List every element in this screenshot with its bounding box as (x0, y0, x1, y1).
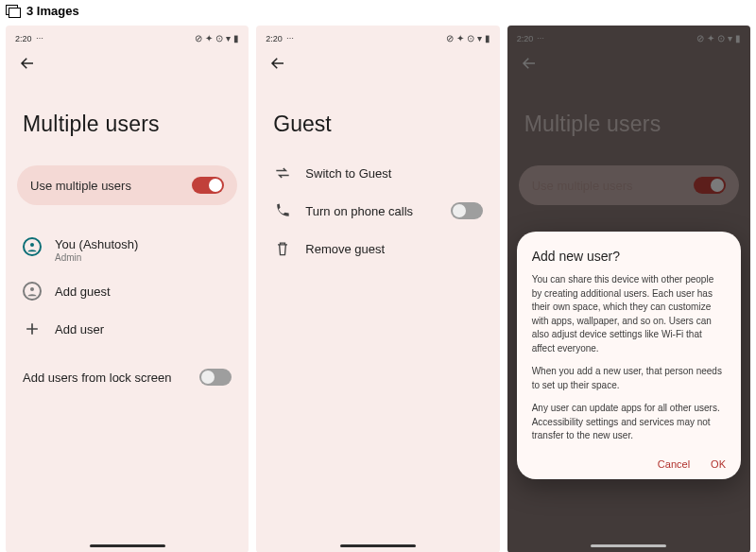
dialog-p3: Any user can update apps for all other u… (532, 402, 726, 443)
switch-to-guest-row[interactable]: Switch to Guest (269, 154, 486, 192)
back-button[interactable] (256, 45, 499, 79)
dialog-body: You can share this device with other peo… (532, 273, 726, 443)
dialog-p2: When you add a new user, that person nee… (532, 365, 726, 392)
dialog-p1: You can share this device with other peo… (532, 273, 726, 355)
battery-icon: ▮ (485, 33, 490, 43)
use-multiple-users-label: Use multiple users (30, 179, 131, 193)
switch-to-guest-label: Switch to Guest (305, 166, 391, 181)
add-from-lock-label: Add users from lock screen (23, 371, 172, 385)
guest-list: Switch to Guest Turn on phone calls Remo… (256, 147, 499, 275)
dialog-title: Add new user? (532, 249, 726, 264)
use-multiple-users-row[interactable]: Use multiple users (17, 165, 237, 205)
carrier-dots: ⋯ (286, 34, 295, 43)
alarm-icon: ⊙ (215, 33, 223, 43)
image-count-label: 3 Images (26, 4, 79, 18)
add-user-dialog: Add new user? You can share this device … (517, 232, 741, 479)
turn-on-phone-row[interactable]: Turn on phone calls (269, 192, 486, 230)
user-circle-icon (23, 237, 42, 256)
svg-point-1 (30, 287, 34, 291)
remove-guest-row[interactable]: Remove guest (269, 230, 486, 267)
trash-icon (273, 239, 292, 258)
page-title: Guest (256, 79, 499, 147)
screenshots-row: 2:20 ⋯ ⊘ ✦ ⊙ ▾ ▮ Multiple users Use mult… (0, 26, 756, 552)
back-button[interactable] (6, 45, 249, 79)
dnd-icon: ⊘ (195, 33, 202, 43)
arrow-left-icon (269, 55, 286, 72)
add-from-lock-toggle[interactable] (199, 369, 232, 386)
screenshot-2: 2:20 ⋯ ⊘ ✦ ⊙ ▾ ▮ Guest Switch to Guest (256, 26, 499, 552)
guest-circle-icon (23, 282, 42, 301)
add-user-row[interactable]: Add user (19, 310, 235, 348)
add-user-label: Add user (55, 322, 104, 336)
status-icons: ⊘ ✦ ⊙ ▾ ▮ (195, 33, 239, 43)
nav-handle[interactable] (90, 544, 165, 547)
stack-icon (6, 5, 21, 18)
user-you-label: You (Ashutosh) (55, 237, 138, 251)
phone-calls-toggle[interactable] (451, 202, 483, 219)
user-you-sub: Admin (55, 252, 138, 263)
status-bar: 2:20 ⋯ ⊘ ✦ ⊙ ▾ ▮ (256, 26, 499, 45)
clock: 2:20 (266, 34, 283, 43)
svg-point-0 (30, 243, 34, 247)
turn-on-phone-label: Turn on phone calls (305, 204, 413, 218)
cancel-button[interactable]: Cancel (658, 458, 690, 470)
page-title: Multiple users (6, 79, 249, 156)
status-icons: ⊘ ✦ ⊙ ▾ ▮ (446, 33, 490, 43)
screenshot-3: 2:20 ⋯ ⊘ ✦ ⊙ ▾ ▮ Multiple users Use mult… (507, 26, 750, 552)
dialog-actions: Cancel OK (532, 453, 726, 470)
screenshot-1: 2:20 ⋯ ⊘ ✦ ⊙ ▾ ▮ Multiple users Use mult… (6, 26, 249, 552)
dnd-icon: ⊘ (446, 33, 454, 43)
users-list: You (Ashutosh) Admin Add guest Add user (6, 220, 249, 355)
nav-handle[interactable] (591, 544, 666, 547)
gallery-header: 3 Images (0, 0, 756, 26)
status-bar: 2:20 ⋯ ⊘ ✦ ⊙ ▾ ▮ (6, 26, 249, 45)
phone-icon (273, 201, 292, 220)
battery-icon: ▮ (233, 33, 239, 43)
swap-icon (273, 164, 292, 182)
plus-icon (23, 319, 42, 338)
wifi-icon: ▾ (477, 33, 482, 43)
remove-guest-label: Remove guest (305, 242, 385, 256)
user-row-you[interactable]: You (Ashutosh) Admin (19, 228, 235, 272)
ok-button[interactable]: OK (711, 458, 726, 470)
nav-handle[interactable] (340, 544, 416, 547)
vibrate-icon: ✦ (205, 33, 213, 43)
arrow-left-icon (19, 55, 36, 72)
add-guest-label: Add guest (55, 285, 111, 299)
wifi-icon: ▾ (226, 33, 231, 43)
use-multiple-users-toggle[interactable] (192, 177, 224, 194)
alarm-icon: ⊙ (467, 33, 474, 43)
add-guest-row[interactable]: Add guest (19, 272, 235, 310)
clock: 2:20 (15, 34, 32, 43)
add-from-lock-row[interactable]: Add users from lock screen (6, 355, 249, 399)
carrier-dots: ⋯ (36, 34, 44, 43)
vibrate-icon: ✦ (456, 33, 464, 43)
